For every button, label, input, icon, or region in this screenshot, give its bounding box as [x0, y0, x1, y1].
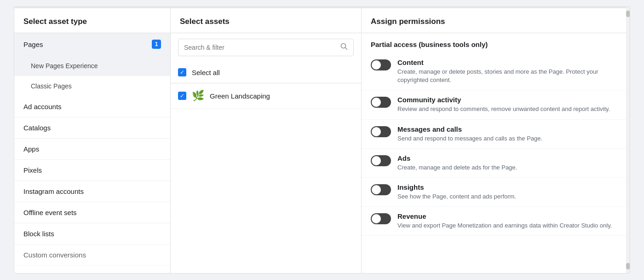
permission-desc-insights: See how the Page, content and ads perfor… — [397, 192, 516, 201]
sidebar-item-label-custom-conversions: Custom conversions — [23, 251, 86, 259]
select-all-checkbox[interactable]: ✓ — [178, 68, 186, 76]
sidebar-item-custom-conversions[interactable]: Custom conversions — [14, 245, 170, 266]
sidebar-item-label-catalogs: Catalogs — [23, 124, 51, 132]
permission-row-content: Content Create, manage or delete posts, … — [362, 53, 630, 90]
sidebar-item-catalogs[interactable]: Catalogs — [14, 117, 170, 139]
permission-row-messages: Messages and calls Send and respond to m… — [362, 120, 630, 149]
scrollbar-thumb-bottom — [626, 263, 630, 269]
sidebar-item-offline-event-sets[interactable]: Offline event sets — [14, 202, 170, 223]
toggle-knob-insights — [372, 185, 381, 194]
permission-title-community: Community activity — [397, 96, 610, 104]
permission-row-revenue: Revenue View and export Page Monetizatio… — [362, 207, 630, 236]
sidebar-item-label-classic-pages: Classic Pages — [31, 82, 72, 90]
permission-text-community: Community activity Review and respond to… — [397, 96, 610, 113]
select-all-label: Select all — [192, 69, 220, 76]
toggle-insights[interactable] — [371, 184, 391, 195]
checkmark-icon-2: ✓ — [180, 93, 184, 99]
left-panel: Select asset type Pages 1 New Pages Expe… — [14, 7, 171, 273]
sidebar-item-pixels[interactable]: Pixels — [14, 160, 170, 181]
sidebar-item-label-instagram: Instagram accounts — [23, 187, 84, 195]
left-panel-header: Select asset type — [14, 7, 170, 33]
top-border — [14, 7, 630, 8]
permission-desc-messages: Send and respond to messages and calls a… — [397, 134, 542, 143]
sidebar-item-pages[interactable]: Pages 1 — [14, 33, 170, 56]
permission-title-messages: Messages and calls — [397, 125, 542, 133]
permission-text-insights: Insights See how the Page, content and a… — [397, 183, 516, 201]
toggle-knob-ads — [372, 156, 381, 165]
right-panel-header: Assign permissions — [362, 7, 630, 33]
permission-title-content: Content — [397, 58, 621, 66]
toggle-revenue[interactable] — [371, 213, 391, 224]
permission-row-ads: Ads Create, manage and delete ads for th… — [362, 149, 630, 178]
permission-title-revenue: Revenue — [397, 212, 612, 220]
select-all-row[interactable]: ✓ Select all — [171, 62, 361, 83]
toggle-ads[interactable] — [371, 155, 391, 166]
scrollbar-thumb-top — [626, 11, 630, 17]
permission-desc-ads: Create, manage and delete ads for the Pa… — [397, 163, 517, 172]
right-panel: Assign permissions Partial access (busin… — [362, 7, 630, 273]
permission-title-insights: Insights — [397, 183, 516, 191]
permission-row-community: Community activity Review and respond to… — [362, 90, 630, 119]
permission-row-insights: Insights See how the Page, content and a… — [362, 178, 630, 207]
sidebar-item-label-offline: Offline event sets — [23, 209, 77, 216]
asset-checkbox-green-landscaping[interactable]: ✓ — [178, 92, 186, 100]
right-panel-content: Partial access (business tools only) Con… — [362, 33, 630, 273]
permission-desc-content: Create, manage or delete posts, stories … — [397, 68, 621, 84]
toggle-messages[interactable] — [371, 126, 391, 137]
permission-text-messages: Messages and calls Send and respond to m… — [397, 125, 542, 143]
sidebar-item-instagram-accounts[interactable]: Instagram accounts — [14, 181, 170, 202]
middle-panel-header: Select assets — [171, 7, 361, 33]
permission-text-ads: Ads Create, manage and delete ads for th… — [397, 154, 517, 172]
permission-desc-revenue: View and export Page Monetization and ea… — [397, 222, 612, 230]
toggle-knob-messages — [372, 127, 381, 136]
permission-title-ads: Ads — [397, 154, 517, 162]
sidebar-item-label-new-pages: New Pages Experience — [31, 62, 98, 70]
sidebar-item-apps[interactable]: Apps — [14, 139, 170, 160]
right-scrollbar[interactable] — [626, 7, 630, 273]
checkmark-icon: ✓ — [180, 70, 184, 75]
partial-access-header: Partial access (business tools only) — [362, 33, 630, 53]
sidebar-item-label-apps: Apps — [23, 145, 39, 153]
sidebar-item-ad-accounts[interactable]: Ad accounts — [14, 96, 170, 117]
permission-text-revenue: Revenue View and export Page Monetizatio… — [397, 212, 612, 230]
green-landscaping-label: Green Landscaping — [210, 92, 270, 100]
sidebar-item-block-lists[interactable]: Block lists — [14, 223, 170, 245]
svg-line-1 — [345, 48, 347, 50]
search-bar-container — [178, 39, 354, 56]
toggle-knob-revenue — [372, 214, 381, 223]
green-landscaping-icon: 🌿 — [192, 90, 204, 102]
asset-list: Pages 1 New Pages Experience Classic Pag… — [14, 33, 170, 273]
permission-text-content: Content Create, manage or delete posts, … — [397, 58, 621, 84]
sidebar-item-label-ad-accounts: Ad accounts — [23, 103, 62, 111]
sidebar-item-new-pages[interactable]: New Pages Experience — [14, 56, 170, 76]
asset-row-green-landscaping[interactable]: ✓ 🌿 Green Landscaping — [171, 83, 361, 109]
toggle-knob-community — [372, 98, 381, 107]
toggle-knob-content — [372, 60, 381, 70]
search-icon — [340, 43, 348, 52]
sidebar-item-label-pixels: Pixels — [23, 166, 42, 174]
toggle-community[interactable] — [371, 97, 391, 108]
toggle-content[interactable] — [371, 59, 391, 70]
sidebar-item-classic-pages[interactable]: Classic Pages — [14, 76, 170, 96]
modal-container: Select asset type Pages 1 New Pages Expe… — [14, 6, 630, 274]
pages-badge: 1 — [152, 40, 161, 49]
permission-desc-community: Review and respond to comments, remove u… — [397, 105, 610, 113]
sidebar-item-label-block-lists: Block lists — [23, 230, 54, 238]
search-input[interactable] — [184, 44, 340, 51]
sidebar-item-label-pages: Pages — [23, 41, 43, 48]
middle-panel: Select assets ✓ Select all ✓ 🌿 Green Lan… — [171, 7, 362, 273]
